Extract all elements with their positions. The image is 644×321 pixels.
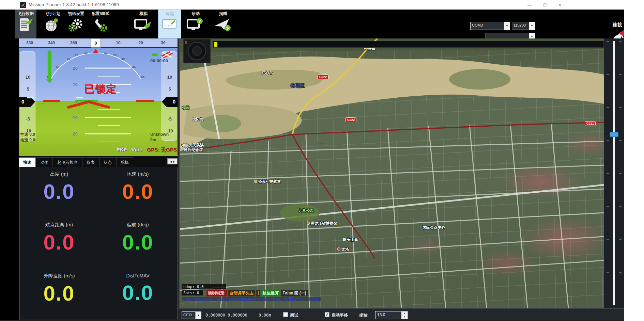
map-status-segment: 航位推算 bbox=[261, 290, 280, 296]
pitch-label: -10 bbox=[71, 115, 78, 120]
tab-动作[interactable]: 动作 bbox=[36, 157, 53, 167]
map-place-label: 圣母守护教堂 bbox=[254, 179, 281, 184]
mission-progress-bar[interactable] bbox=[213, 41, 604, 48]
tab-overflow-buttons[interactable]: ◄► bbox=[167, 158, 178, 164]
quick-cell-6[interactable]: DistToMAV0.0 bbox=[98, 269, 177, 320]
toolbar-button-4[interactable]: 配置/调试 bbox=[89, 10, 112, 38]
slider-handle[interactable] bbox=[610, 132, 618, 137]
quick-cell-2[interactable]: 地速 (m/s)0.0 bbox=[98, 167, 177, 218]
toolbar-button-3[interactable]: 初始设置 bbox=[65, 10, 87, 38]
toolbar-button-8[interactable]: 捐赠$ bbox=[211, 10, 234, 38]
heading-tick: 10 bbox=[116, 41, 120, 45]
tab-快速[interactable]: 快速 bbox=[19, 157, 36, 167]
spinner-down-icon[interactable]: ▼ bbox=[402, 315, 408, 319]
map-place-label: 胜利纪念塔 bbox=[184, 147, 203, 153]
tab-仪表[interactable]: 仪表 bbox=[82, 157, 99, 167]
chevron-down-icon[interactable]: ▼ bbox=[529, 22, 535, 30]
pitch-minor-line bbox=[98, 142, 120, 142]
poi-icon bbox=[337, 247, 340, 251]
map-zoom-slider[interactable] bbox=[604, 38, 624, 308]
map-status-segment: 自动调平失去 bbox=[228, 290, 255, 296]
hud-throttle-marker bbox=[46, 79, 52, 83]
slider-ticks bbox=[607, 41, 609, 305]
hud-groundspeed: 地速 0.0 bbox=[20, 137, 35, 143]
heading-tick: 350 bbox=[70, 41, 77, 45]
roll-angle-label: 20 bbox=[75, 53, 78, 57]
quick-view-grid: 高度 (m)0.0地速 (m/s)0.0航点距离 (m)0.0偏航 (deg)0… bbox=[19, 167, 178, 320]
right-gutter bbox=[624, 10, 644, 321]
svg-text:?: ? bbox=[198, 19, 201, 24]
altitude-tape-value: 10 bbox=[162, 75, 178, 80]
mission-planner-window: Mission Planner 1.3.42 build 1.1.6198.11… bbox=[0, 0, 644, 321]
chevron-down-icon[interactable]: ▼ bbox=[504, 22, 510, 30]
roll-angle-label: 60 bbox=[141, 76, 144, 79]
hdop-readout: hdop: 0.0 bbox=[182, 284, 226, 289]
quick-cell-value: 0.0 bbox=[20, 179, 98, 204]
hud-airspeed: 空速 0.0 bbox=[20, 132, 35, 137]
map-status-strip: 强制锁定:自动调平失去|航位推算False 回 (一) bbox=[206, 290, 308, 296]
tab-状态[interactable]: 状态 bbox=[99, 157, 116, 167]
quick-cell-3[interactable]: 航点距离 (m)0.0 bbox=[20, 218, 98, 269]
autopan-checkbox[interactable]: ✓ bbox=[325, 312, 329, 317]
map-place-label: 黑龙江省博物馆 bbox=[307, 221, 337, 226]
satellite-map[interactable]: 松浦镇江心岛松花江公园太阳岛尔滨人民防洪胜利纪念塔圣母守护教堂儿童公园黑龙江省博… bbox=[180, 38, 604, 308]
road-number-badge: G222 bbox=[346, 117, 356, 122]
flight-data-side-panel: 快速动作起飞前检查仪表状态舵机 ◄► 高度 (m)0.0地速 (m/s)0.0航… bbox=[19, 155, 178, 320]
quick-cell-label: 航点距离 (m) bbox=[20, 222, 98, 228]
vibe-status[interactable]: Vibe bbox=[132, 147, 142, 153]
roll-angle-label: 10 bbox=[84, 51, 88, 54]
toolbar-button-5[interactable]: 模拟 bbox=[132, 10, 155, 38]
zoom-level-stepper[interactable]: 13.0 ▲ ▼ bbox=[375, 311, 408, 319]
toolbar-button-2[interactable]: 飞行计划 bbox=[41, 10, 63, 38]
pitch-line bbox=[85, 117, 131, 118]
hud-altitude-tape: 105-5-10 bbox=[162, 51, 177, 141]
toolbar-button-7[interactable]: 帮助? bbox=[184, 10, 207, 38]
map-place-label: 国际会议中心 bbox=[423, 225, 445, 230]
poi-icon bbox=[307, 222, 310, 225]
roll-angle-label: 45 bbox=[132, 65, 136, 69]
quick-cell-label: 升降速度 (m/s) bbox=[20, 273, 98, 279]
toolbar-button-label: 飞行计划 bbox=[44, 11, 60, 17]
quick-cell-1[interactable]: 高度 (m)0.0 bbox=[20, 167, 98, 218]
toolbar-button-label: 终端 bbox=[166, 11, 174, 17]
debug-checkbox[interactable] bbox=[283, 312, 288, 317]
road-number-badge: G221 bbox=[585, 121, 596, 126]
spinner-up-icon[interactable]: ▲ bbox=[402, 311, 408, 315]
hud-roll-arc bbox=[19, 38, 178, 107]
tab-起飞前检查[interactable]: 起飞前检查 bbox=[53, 157, 82, 167]
pitch-line bbox=[85, 133, 131, 134]
quick-cell-value: 0.0 bbox=[20, 230, 98, 254]
close-button[interactable]: × bbox=[555, 1, 565, 9]
minimize-button[interactable]: — bbox=[525, 1, 535, 9]
toolbar-button-1[interactable]: 飞行数据 bbox=[15, 10, 36, 38]
chevron-down-icon[interactable]: ▼ bbox=[195, 312, 201, 319]
hud-aircraft-chevron bbox=[66, 98, 111, 109]
main-toolbar: 飞行数据飞行计划初始设置配置/调试模拟终端...帮助?捐赠$ COM3 ▼ 11… bbox=[0, 10, 624, 38]
toolbar-button-label: 配置/调试 bbox=[92, 11, 109, 17]
toolbar-button-label: 模拟 bbox=[139, 11, 148, 17]
toolbar-button-label: 初始设置 bbox=[68, 11, 84, 17]
map-bottom-bar: GEO ▼ 0.000000 0.000000 0.00m 调试 ✓ 启动平移 … bbox=[178, 308, 624, 321]
map-status-segment: 强制锁定: bbox=[206, 290, 227, 296]
map-canvas bbox=[180, 38, 604, 308]
hud-mode-readout: Unknown 0m bbox=[150, 132, 169, 143]
cursor-coordinates: 0.000000 0.000000 bbox=[205, 313, 247, 318]
map-place-label: 松花江 bbox=[291, 83, 305, 89]
svg-text:$: $ bbox=[226, 26, 229, 31]
ekf-status[interactable]: EKF bbox=[117, 147, 127, 153]
com-port-select[interactable]: COM3 ▼ bbox=[470, 22, 510, 30]
heading-tick: 20 bbox=[138, 41, 143, 45]
gps-status: GPS: 无GPS bbox=[147, 147, 177, 153]
toolbar-button-6[interactable]: 终端... bbox=[158, 10, 181, 38]
connect-label: 连接 bbox=[613, 22, 622, 28]
quick-cell-5[interactable]: 升降速度 (m/s)0.0 bbox=[20, 269, 98, 320]
svg-text:...: ... bbox=[165, 22, 172, 27]
toolbar-items: 飞行数据飞行计划初始设置配置/调试模拟终端...帮助?捐赠$ bbox=[15, 10, 234, 38]
baud-rate-select[interactable]: 115200 ▼ bbox=[512, 22, 535, 30]
quick-cell-4[interactable]: 偏航 (deg)0.0 bbox=[98, 218, 177, 269]
map-status-segment: False 回 (一) bbox=[281, 290, 307, 296]
maximize-button[interactable]: □ bbox=[540, 1, 550, 9]
tab-舵机[interactable]: 舵机 bbox=[116, 157, 133, 167]
hud-artificial-horizon[interactable]: 60453020101020304560 330340350102030 0 2… bbox=[19, 38, 178, 155]
coord-format-select[interactable]: GEO ▼ bbox=[182, 311, 201, 319]
